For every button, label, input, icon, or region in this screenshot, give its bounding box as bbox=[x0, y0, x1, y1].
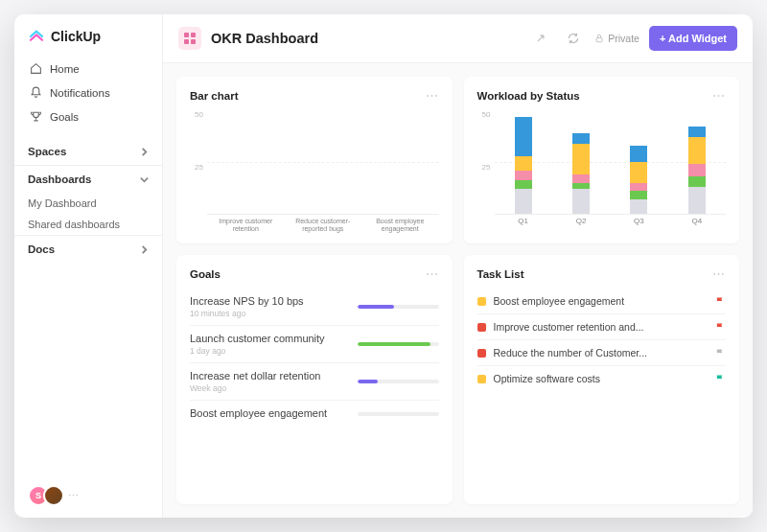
nav-primary: Home Notifications Goals bbox=[14, 57, 162, 128]
goals-list: Increase NPS by 10 bps10 minutes agoLaun… bbox=[190, 289, 439, 493]
svg-rect-0 bbox=[184, 33, 189, 37]
sidebar: ClickUp Home Notifications Goals Spaces … bbox=[14, 14, 163, 518]
card-goals: Goals ⋯ Increase NPS by 10 bps10 minutes… bbox=[176, 255, 453, 504]
task-item[interactable]: Improve customer retention and... bbox=[477, 314, 727, 340]
goal-title: Launch customer community bbox=[190, 333, 325, 344]
card-title: Task List bbox=[477, 268, 524, 280]
task-status-icon bbox=[477, 349, 486, 358]
home-icon bbox=[30, 62, 42, 75]
lock-icon bbox=[594, 34, 604, 43]
flag-icon bbox=[715, 296, 726, 307]
goal-time: 10 minutes ago bbox=[190, 309, 304, 318]
goal-title: Increase net dollar retention bbox=[190, 370, 320, 382]
svg-rect-4 bbox=[596, 38, 602, 42]
card-more-button[interactable]: ⋯ bbox=[426, 88, 439, 103]
goal-progress bbox=[358, 305, 439, 309]
user-avatars: S ⋯ bbox=[14, 474, 162, 518]
task-item[interactable]: Boost employee engagement bbox=[477, 289, 727, 314]
svg-rect-3 bbox=[191, 39, 196, 44]
nav-home-label: Home bbox=[50, 63, 80, 75]
bell-icon bbox=[30, 86, 42, 99]
svg-rect-2 bbox=[184, 39, 189, 44]
card-title: Workload by Status bbox=[477, 90, 580, 102]
avatar-more[interactable]: ⋯ bbox=[68, 490, 79, 502]
section-docs-label: Docs bbox=[28, 243, 55, 255]
section-dashboards-label: Dashboards bbox=[28, 173, 91, 185]
logo[interactable]: ClickUp bbox=[14, 14, 162, 57]
card-bar-chart: Bar chart ⋯ 5025Improve customer retenti… bbox=[176, 77, 453, 243]
task-title: Reduce the number of Customer... bbox=[494, 347, 709, 359]
dashboard-icon bbox=[178, 27, 201, 50]
logo-text: ClickUp bbox=[51, 29, 101, 44]
task-list: Boost employee engagementImprove custome… bbox=[477, 289, 727, 493]
card-workload: Workload by Status ⋯ 5025Q1Q2Q3Q4 bbox=[464, 77, 740, 243]
goal-title: Increase NPS by 10 bps bbox=[190, 295, 304, 307]
svg-rect-1 bbox=[191, 33, 196, 37]
chevron-down-icon bbox=[140, 175, 149, 184]
card-more-button[interactable]: ⋯ bbox=[712, 266, 726, 281]
task-status-icon bbox=[477, 297, 486, 306]
goal-item[interactable]: Increase NPS by 10 bps10 minutes ago bbox=[190, 289, 439, 326]
flag-icon bbox=[715, 322, 726, 333]
nav-goals-label: Goals bbox=[50, 111, 79, 123]
task-status-icon bbox=[477, 323, 486, 332]
app-window: ClickUp Home Notifications Goals Spaces … bbox=[14, 14, 753, 518]
goal-progress bbox=[358, 342, 439, 346]
add-widget-button[interactable]: + Add Widget bbox=[649, 26, 737, 51]
privacy-indicator[interactable]: Private bbox=[594, 33, 639, 44]
chevron-right-icon bbox=[140, 148, 149, 156]
avatar[interactable] bbox=[43, 485, 64, 506]
bar-chart: 5025Improve customer retentionReduce cus… bbox=[190, 110, 439, 232]
task-title: Improve customer retention and... bbox=[494, 321, 709, 333]
expand-button[interactable] bbox=[529, 27, 552, 50]
privacy-label: Private bbox=[608, 33, 639, 44]
trophy-icon bbox=[30, 110, 42, 123]
task-item[interactable]: Optimize software costs bbox=[477, 366, 727, 391]
task-status-icon bbox=[477, 375, 486, 383]
flag-icon bbox=[715, 374, 726, 384]
goal-time: 1 day ago bbox=[190, 346, 325, 356]
section-spaces[interactable]: Spaces bbox=[14, 138, 162, 165]
goal-item[interactable]: Launch customer community1 day ago bbox=[190, 326, 439, 363]
main: OKR Dashboard Private + Add Widget Bar c… bbox=[163, 14, 753, 518]
workload-chart: 5025Q1Q2Q3Q4 bbox=[477, 110, 727, 232]
goal-time: Week ago bbox=[190, 383, 320, 393]
page-header: OKR Dashboard Private + Add Widget bbox=[163, 14, 753, 63]
refresh-icon bbox=[567, 32, 580, 45]
task-item[interactable]: Reduce the number of Customer... bbox=[477, 340, 727, 366]
goal-item[interactable]: Boost employee engagement bbox=[190, 401, 439, 428]
card-title: Goals bbox=[190, 268, 221, 280]
refresh-button[interactable] bbox=[562, 27, 585, 50]
card-tasks: Task List ⋯ Boost employee engagementImp… bbox=[464, 255, 740, 504]
task-title: Optimize software costs bbox=[494, 373, 709, 384]
nav-notifications[interactable]: Notifications bbox=[22, 81, 154, 104]
chevron-right-icon bbox=[140, 245, 149, 254]
nav-notifications-label: Notifications bbox=[50, 87, 110, 99]
section-dashboards[interactable]: Dashboards bbox=[14, 165, 162, 193]
goal-progress bbox=[358, 412, 439, 416]
goal-title: Boost employee engagement bbox=[190, 407, 327, 419]
dashboard-content: Bar chart ⋯ 5025Improve customer retenti… bbox=[163, 63, 753, 518]
card-more-button[interactable]: ⋯ bbox=[712, 88, 726, 103]
clickup-logo-icon bbox=[28, 28, 45, 45]
card-more-button[interactable]: ⋯ bbox=[426, 266, 439, 281]
expand-icon bbox=[534, 32, 547, 45]
card-title: Bar chart bbox=[190, 90, 239, 102]
goal-item[interactable]: Increase net dollar retentionWeek ago bbox=[190, 363, 439, 401]
section-docs[interactable]: Docs bbox=[14, 235, 162, 263]
flag-icon bbox=[715, 348, 726, 359]
goal-progress bbox=[358, 380, 439, 383]
page-title: OKR Dashboard bbox=[211, 31, 318, 46]
nav-home[interactable]: Home bbox=[22, 57, 154, 81]
sidebar-item-shared-dashboards[interactable]: Shared dashboards bbox=[14, 214, 162, 235]
sidebar-item-my-dashboard[interactable]: My Dashboard bbox=[14, 193, 162, 214]
nav-goals[interactable]: Goals bbox=[22, 104, 154, 128]
section-spaces-label: Spaces bbox=[28, 146, 66, 157]
task-title: Boost employee engagement bbox=[494, 295, 709, 307]
